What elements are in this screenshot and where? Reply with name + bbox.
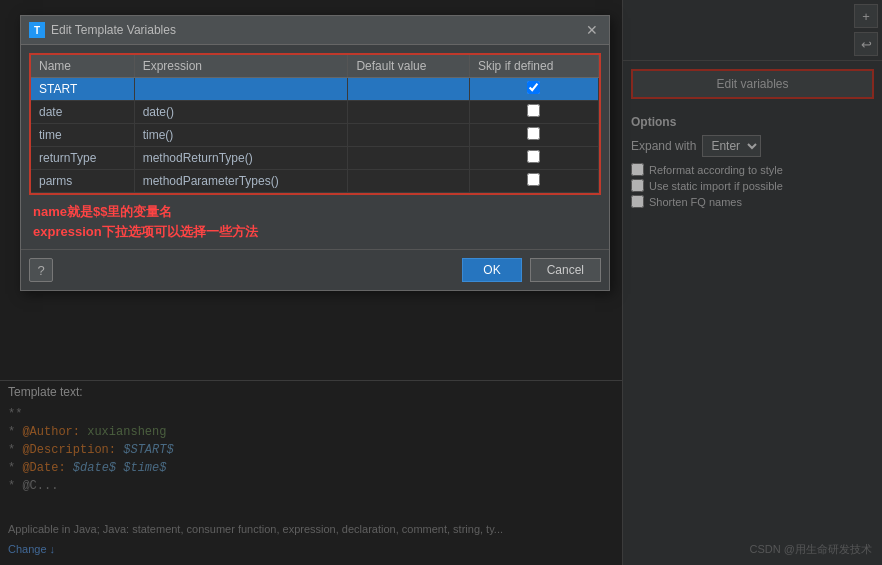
table-row[interactable]: parms methodParameterTypes(): [31, 170, 599, 193]
skip-returntype-checkbox[interactable]: [527, 150, 540, 163]
table-row[interactable]: date date(): [31, 101, 599, 124]
variables-table: Name Expression Default value Skip if de…: [31, 55, 599, 193]
table-row[interactable]: returnType methodReturnType(): [31, 147, 599, 170]
help-button[interactable]: ?: [29, 258, 53, 282]
row-name-start: START: [31, 78, 134, 101]
cancel-button[interactable]: Cancel: [530, 258, 601, 282]
row-skip-returntype: [469, 147, 598, 170]
col-header-name: Name: [31, 55, 134, 78]
dialog-bottom-bar: ? OK Cancel: [21, 249, 609, 290]
table-header-row: Name Expression Default value Skip if de…: [31, 55, 599, 78]
skip-start-checkbox[interactable]: [527, 81, 540, 94]
row-skip-parms: [469, 170, 598, 193]
skip-parms-checkbox[interactable]: [527, 173, 540, 186]
row-expr-time: time(): [134, 124, 348, 147]
dialog-action-buttons: OK Cancel: [462, 258, 601, 282]
dialog-icon: T: [29, 22, 45, 38]
row-expr-date: date(): [134, 101, 348, 124]
row-name-date: date: [31, 101, 134, 124]
annotation-line1: name就是$$里的变量名: [33, 203, 597, 221]
row-skip-start: [469, 78, 598, 101]
dialog-close-button[interactable]: ✕: [583, 21, 601, 39]
row-default-time: [348, 124, 470, 147]
skip-date-checkbox[interactable]: [527, 104, 540, 117]
table-row[interactable]: START: [31, 78, 599, 101]
row-expr-returntype: methodReturnType(): [134, 147, 348, 170]
row-expr-parms: methodParameterTypes(): [134, 170, 348, 193]
row-name-parms: parms: [31, 170, 134, 193]
row-default-start: [348, 78, 470, 101]
dialog-title-text: Edit Template Variables: [51, 23, 176, 37]
dialog-titlebar: T Edit Template Variables ✕: [21, 16, 609, 45]
row-expr-start: [134, 78, 348, 101]
ok-button[interactable]: OK: [462, 258, 521, 282]
row-default-date: [348, 101, 470, 124]
skip-time-checkbox[interactable]: [527, 127, 540, 140]
dialog-title-left: T Edit Template Variables: [29, 22, 176, 38]
col-header-skip: Skip if defined: [469, 55, 598, 78]
annotation-line2: expression下拉选项可以选择一些方法: [33, 223, 597, 241]
row-default-returntype: [348, 147, 470, 170]
variables-table-container: Name Expression Default value Skip if de…: [29, 53, 601, 195]
row-name-time: time: [31, 124, 134, 147]
row-skip-date: [469, 101, 598, 124]
col-header-default: Default value: [348, 55, 470, 78]
table-row[interactable]: time time(): [31, 124, 599, 147]
col-header-expression: Expression: [134, 55, 348, 78]
row-default-parms: [348, 170, 470, 193]
annotation-text: name就是$$里的变量名 expression下拉选项可以选择一些方法: [33, 203, 597, 241]
row-skip-time: [469, 124, 598, 147]
row-name-returntype: returnType: [31, 147, 134, 170]
edit-template-variables-dialog: T Edit Template Variables ✕ Name Express…: [20, 15, 610, 291]
